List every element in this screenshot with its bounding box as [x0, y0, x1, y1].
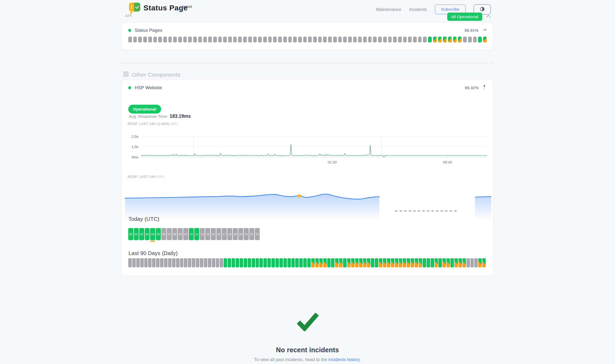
uptime-bar: [253, 37, 257, 42]
uptime-bar: [193, 37, 197, 42]
daily-bar: [192, 258, 195, 267]
uptime-bar: [408, 37, 412, 42]
uptime-bars: [128, 37, 487, 42]
refresh-icon[interactable]: [482, 28, 487, 33]
daily-bar: [295, 258, 299, 267]
daily-bar: [164, 258, 168, 267]
hour-block-14: 14: [205, 228, 210, 240]
incidents-history-link[interactable]: incidents history: [328, 357, 360, 362]
hour-block-13: 13: [200, 228, 205, 240]
uptime-bar: [173, 37, 177, 42]
today-hour-blocks: 0001020304050607080910111213141516171819…: [128, 228, 260, 240]
daily-bar: [196, 258, 199, 267]
uptime-bar: [478, 37, 482, 42]
daily-bar: [315, 258, 319, 267]
component-name: HSP Website: [135, 85, 162, 91]
hour-block-04: 04: [150, 228, 155, 240]
check-icon: [134, 3, 140, 11]
daily-bar: [450, 258, 454, 267]
exclamation-icon: !: [129, 3, 134, 11]
daily-bar: [435, 258, 438, 267]
uptime-bar: [338, 37, 342, 42]
uptime-bar: [313, 37, 317, 42]
daily-bar: [148, 258, 151, 267]
svg-text:09:30: 09:30: [443, 160, 452, 164]
nav-incidents[interactable]: Incidents: [409, 7, 427, 12]
daily-bar: [307, 258, 311, 267]
app-logo[interactable]: ! Status Page hosted: [129, 2, 188, 14]
uptime-bar: [203, 37, 207, 42]
app-title: Status Page hosted: [143, 2, 188, 14]
uptime-bar: [423, 37, 427, 42]
hour-block-06: 06: [161, 228, 166, 240]
daily-bar: [474, 258, 478, 267]
expand-up-icon[interactable]: [482, 84, 486, 91]
daily-bar: [228, 258, 231, 267]
daily-bar: [279, 258, 283, 267]
daily-bar: [395, 258, 398, 267]
uptime-bar: [433, 37, 437, 42]
uptime-bar: [183, 37, 187, 42]
status-page: ! Status Page hosted Maintenance Inciden…: [0, 0, 615, 364]
daily-bar: [244, 258, 247, 267]
overall-status[interactable]: All Operational: [447, 13, 491, 21]
daily-bar: [351, 258, 355, 267]
uptime-bar: [398, 37, 402, 42]
last-90-days-bars: [128, 258, 486, 267]
uptime-bar: [453, 37, 457, 42]
uptime-bar: [208, 37, 212, 42]
uptime-bar: [318, 37, 322, 42]
hour-block-20: 20: [238, 228, 243, 240]
uptime-bar: [343, 37, 347, 42]
uptime-bar: [153, 37, 157, 42]
uptime-bar: [218, 37, 222, 42]
daily-bar: [152, 258, 155, 267]
uptime-bar: [443, 37, 447, 42]
minute-response-line: [141, 144, 487, 157]
daily-bar: [411, 258, 414, 267]
uptime-bar: [278, 37, 282, 42]
daily-bar: [327, 258, 331, 267]
section-title-api: API: [125, 13, 132, 18]
uptime-bar: [403, 37, 407, 42]
daily-bar: [188, 258, 191, 267]
daily-bar: [180, 258, 184, 267]
daily-bar: [248, 258, 251, 267]
daily-bar: [275, 258, 279, 267]
daily-bar: [339, 258, 342, 267]
today-heading: Today (UTC): [129, 216, 159, 222]
daily-bar: [132, 258, 136, 267]
avg-response-time: Avg. Response Time:183.19ms: [129, 113, 191, 119]
daily-bar: [331, 258, 334, 267]
uptime-bar: [293, 37, 297, 42]
daily-bar: [311, 258, 315, 267]
daily-bar: [379, 258, 382, 267]
uptime-bar: [333, 37, 337, 42]
uptime-bar: [163, 37, 167, 42]
daily-bar: [371, 258, 374, 267]
daily-bar: [323, 258, 327, 267]
hour-incident-marker: [150, 241, 155, 242]
daily-bar: [359, 258, 363, 267]
uptime-bar: [418, 37, 422, 42]
uptime-bar: [483, 37, 487, 42]
chevron-up-icon[interactable]: [485, 14, 491, 19]
daily-bar: [478, 258, 482, 267]
svg-text:1.0s: 1.0s: [131, 145, 138, 149]
daily-bar: [204, 258, 207, 267]
daily-bar: [423, 258, 426, 267]
nav-maintenance[interactable]: Maintenance: [376, 7, 401, 12]
incidents-summary: No recent incidents To view all past inc…: [122, 311, 493, 362]
hour-block-11: 11: [189, 228, 194, 240]
daily-bar: [291, 258, 295, 267]
hour-block-00: 00: [128, 228, 133, 240]
uptime-bar: [213, 37, 217, 42]
daily-bar: [216, 258, 219, 267]
daily-bar: [184, 258, 187, 267]
uptime-bar: [358, 37, 362, 42]
daily-bar: [160, 258, 164, 267]
contrast-icon: [480, 6, 485, 13]
daily-bar: [458, 258, 462, 267]
daily-bar: [335, 258, 338, 267]
uptime-bar: [263, 37, 267, 42]
